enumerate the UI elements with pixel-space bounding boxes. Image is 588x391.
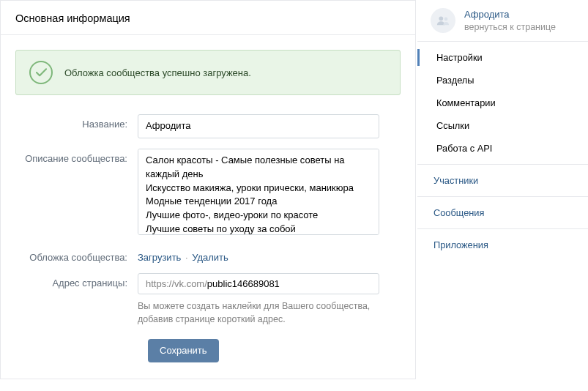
profile-name: Афродита	[464, 8, 556, 21]
page-title: Основная информация	[1, 1, 415, 35]
link-separator: ·	[185, 252, 190, 263]
cover-delete-link[interactable]: Удалить	[192, 252, 228, 263]
nav-members[interactable]: Участники	[417, 169, 588, 192]
profile-subtitle: вернуться к странице	[464, 21, 556, 34]
cover-label: Обложка сообщества:	[15, 247, 138, 263]
description-textarea[interactable]: Салон красоты - Самые полезные советы на…	[138, 149, 379, 235]
svg-point-0	[439, 17, 443, 21]
description-label: Описание сообщества:	[15, 149, 138, 237]
main-panel: Основная информация Обложка сообщества у…	[0, 0, 416, 379]
nav-links[interactable]: Ссылки	[417, 114, 588, 137]
url-hint: Вы можете создать наклейки для Вашего со…	[138, 299, 379, 326]
success-banner: Обложка сообщества успешно загружена.	[15, 50, 401, 95]
url-input-wrap[interactable]: https://vk.com/	[138, 273, 379, 294]
url-input[interactable]	[207, 278, 371, 289]
save-button[interactable]: Сохранить	[148, 339, 219, 362]
avatar	[431, 8, 455, 33]
checkmark-icon	[29, 61, 53, 84]
url-label: Адрес страницы:	[15, 273, 138, 326]
nav-settings[interactable]: Настройки	[417, 46, 588, 69]
profile-card[interactable]: Афродита вернуться к странице	[417, 0, 588, 42]
nav-api[interactable]: Работа с API	[417, 137, 588, 160]
name-label: Название:	[15, 114, 138, 138]
url-prefix: https://vk.com/	[146, 278, 207, 289]
svg-point-1	[444, 18, 448, 21]
nav-group-settings: Настройки Разделы Комментарии Ссылки Раб…	[417, 42, 588, 165]
nav-comments[interactable]: Комментарии	[417, 92, 588, 114]
sidebar: Афродита вернуться к странице Настройки …	[417, 0, 588, 379]
nav-apps[interactable]: Приложения	[417, 234, 588, 256]
name-input[interactable]	[138, 114, 379, 138]
nav-messages[interactable]: Сообщения	[417, 201, 588, 224]
cover-upload-link[interactable]: Загрузить	[138, 252, 181, 263]
nav-sections[interactable]: Разделы	[417, 69, 588, 92]
success-text: Обложка сообщества успешно загружена.	[64, 67, 251, 78]
